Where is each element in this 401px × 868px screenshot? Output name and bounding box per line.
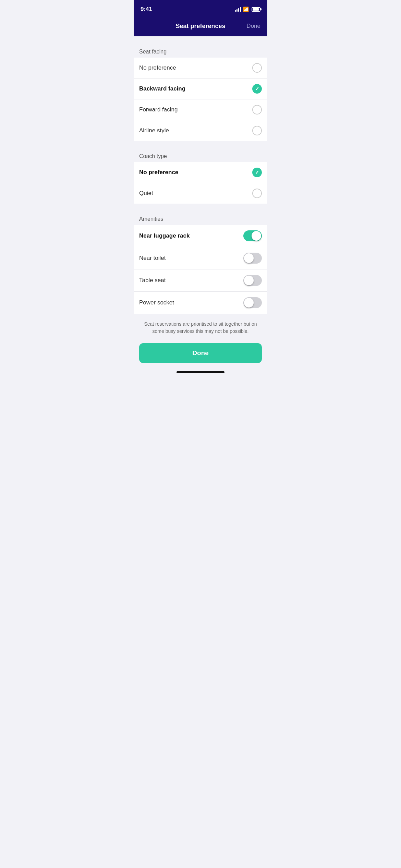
amenities-header: Amenities xyxy=(134,213,267,225)
section-gap-2 xyxy=(134,141,267,150)
coach-type-header: Coach type xyxy=(134,150,267,162)
list-item[interactable]: Airline style xyxy=(134,120,267,141)
no-preference-coach-label: No preference xyxy=(139,169,178,176)
power-socket-label: Power socket xyxy=(139,299,174,306)
list-item[interactable]: No preference xyxy=(134,58,267,79)
list-item[interactable]: Backward facing xyxy=(134,79,267,99)
toggle-thumb xyxy=(252,231,261,241)
home-bar xyxy=(177,371,224,373)
nav-bar: Seat preferences Done xyxy=(134,17,267,36)
done-button[interactable]: Done xyxy=(139,343,262,363)
toggle-thumb xyxy=(244,276,254,285)
quiet-radio[interactable] xyxy=(252,189,262,198)
status-bar: 9:41 📶 xyxy=(134,0,267,17)
near-toilet-label: Near toilet xyxy=(139,255,166,262)
home-indicator xyxy=(134,369,267,374)
table-seat-toggle[interactable] xyxy=(243,275,262,286)
seat-facing-group: No preference Backward facing Forward fa… xyxy=(134,58,267,141)
list-item[interactable]: Near toilet xyxy=(134,247,267,269)
list-item[interactable]: Near luggage rack xyxy=(134,225,267,247)
battery-icon xyxy=(252,7,260,12)
toggle-thumb xyxy=(244,253,254,263)
list-item[interactable]: No preference xyxy=(134,162,267,183)
list-item[interactable]: Power socket xyxy=(134,292,267,314)
section-gap-3 xyxy=(134,204,267,213)
page-title: Seat preferences xyxy=(175,23,225,30)
list-item[interactable]: Quiet xyxy=(134,183,267,204)
near-luggage-rack-label: Near luggage rack xyxy=(139,232,190,239)
status-icons: 📶 xyxy=(235,7,260,12)
near-luggage-rack-toggle[interactable] xyxy=(243,230,262,241)
toggle-thumb xyxy=(244,298,254,308)
signal-icon xyxy=(235,7,241,12)
table-seat-label: Table seat xyxy=(139,277,166,284)
airline-style-radio[interactable] xyxy=(252,126,262,135)
power-socket-toggle[interactable] xyxy=(243,297,262,308)
near-toilet-toggle[interactable] xyxy=(243,253,262,264)
status-time: 9:41 xyxy=(141,6,152,13)
list-item[interactable]: Table seat xyxy=(134,269,267,292)
backward-facing-label: Backward facing xyxy=(139,85,185,92)
forward-facing-radio[interactable] xyxy=(252,105,262,114)
backward-facing-radio[interactable] xyxy=(252,84,262,94)
quiet-label: Quiet xyxy=(139,190,153,197)
list-item[interactable]: Forward facing xyxy=(134,99,267,120)
footer-note: Seat reservations are prioritised to sit… xyxy=(134,314,267,342)
seat-facing-header: Seat facing xyxy=(134,46,267,58)
no-preference-facing-label: No preference xyxy=(139,64,176,71)
coach-type-group: No preference Quiet xyxy=(134,162,267,204)
nav-done-button[interactable]: Done xyxy=(246,23,260,29)
forward-facing-label: Forward facing xyxy=(139,106,178,113)
airline-style-label: Airline style xyxy=(139,127,169,134)
no-preference-coach-radio[interactable] xyxy=(252,168,262,177)
wifi-icon: 📶 xyxy=(243,7,249,12)
section-gap-1 xyxy=(134,36,267,46)
amenities-group: Near luggage rack Near toilet Table seat… xyxy=(134,225,267,314)
no-preference-facing-radio[interactable] xyxy=(252,63,262,73)
